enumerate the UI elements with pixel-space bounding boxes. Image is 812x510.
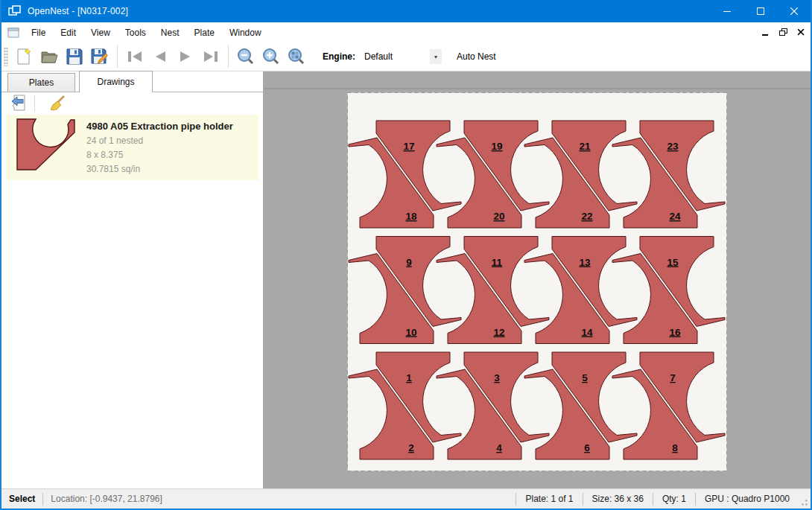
save-as-icon [91, 48, 109, 65]
part-number-label: 14 [581, 327, 593, 338]
menu-item-window[interactable]: Window [222, 24, 269, 42]
part-number-label: 9 [406, 257, 412, 268]
status-separator [583, 493, 583, 506]
minimize-icon [723, 7, 731, 15]
save-button[interactable] [62, 45, 87, 68]
drawing-dimensions: 8 x 8.375 [86, 150, 233, 160]
tab-strip: Plates Drawings [1, 71, 263, 92]
go-next-button[interactable] [173, 45, 198, 68]
mdi-minimize-button[interactable] [760, 28, 770, 38]
import-drawing-icon [10, 95, 28, 112]
toolbar-grip[interactable] [4, 47, 8, 66]
menu-item-plate[interactable]: Plate [187, 24, 222, 42]
part-number-label: 21 [579, 141, 591, 152]
part-number-label: 8 [672, 442, 678, 453]
menu-item-edit[interactable]: Edit [53, 24, 83, 42]
zoom-in-button[interactable] [258, 45, 284, 68]
go-next-icon [178, 51, 193, 63]
mdi-window-controls [760, 22, 806, 42]
part-number-label: 24 [669, 211, 681, 222]
part-number-label: 10 [405, 327, 416, 338]
menu-item-file[interactable]: File [24, 24, 53, 42]
part-number-label: 13 [579, 257, 591, 268]
toolbar-separator [228, 45, 229, 68]
status-separator [42, 493, 43, 506]
window-title: OpenNest - [N0317-002] [28, 6, 128, 16]
part-number-label: 18 [405, 211, 417, 222]
status-gpu: GPU : Quadro P1000 [703, 494, 791, 504]
mdi-close-button[interactable] [796, 28, 806, 38]
close-icon [790, 7, 798, 15]
part-number-label: 19 [491, 141, 502, 152]
part-number-label: 1 [406, 372, 412, 383]
toolbar-separator [117, 45, 118, 68]
new-file-button[interactable] [11, 45, 37, 68]
panel-toolbar-separator [34, 95, 35, 112]
status-separator [516, 493, 516, 506]
tab-drawings[interactable]: Drawings [79, 71, 153, 92]
part-number-label: 20 [493, 211, 504, 222]
mdi-close-icon [798, 29, 805, 36]
status-bar: Select Location: [-0.9437, 21.8796] Plat… [1, 488, 811, 509]
status-plate: Plate: 1 of 1 [524, 494, 574, 504]
part-number-label: 2 [408, 442, 414, 453]
part-number-label: 4 [496, 442, 502, 453]
open-file-icon [40, 49, 58, 64]
zoom-out-button[interactable] [233, 45, 258, 68]
chevron-down-icon: ▾ [430, 49, 442, 64]
maximize-icon [757, 7, 764, 15]
mdi-restore-icon [779, 28, 787, 36]
part-number-label: 7 [670, 372, 676, 383]
go-last-button[interactable] [198, 45, 223, 68]
drawing-nested-count: 24 of 1 nested [86, 136, 233, 146]
minimize-button[interactable] [710, 0, 743, 22]
menu-item-nest[interactable]: Nest [153, 24, 187, 42]
nesting-canvas[interactable]: 171819202122232491011121314151612345678 [264, 71, 811, 488]
save-as-button[interactable] [87, 45, 112, 68]
part-thumbnail [16, 118, 77, 172]
import-drawing-button[interactable] [7, 94, 30, 113]
tab-plates[interactable]: Plates [7, 73, 75, 92]
resize-grip[interactable] [799, 497, 808, 506]
app-window: OpenNest - [N0317-002] FileEditViewTools… [0, 0, 812, 510]
engine-dropdown[interactable]: Default ▾ [360, 48, 442, 65]
drawing-area: 30.7815 sq/in [86, 164, 233, 174]
menu-item-view[interactable]: View [83, 24, 118, 42]
part-number-label: 15 [667, 257, 679, 268]
app-icon [8, 5, 21, 17]
zoom-fit-button[interactable] [284, 45, 309, 68]
auto-nest-button[interactable]: Auto Nest [452, 48, 501, 65]
go-previous-icon [153, 51, 168, 63]
status-mode: Select [9, 494, 35, 504]
maximize-button[interactable] [743, 0, 777, 22]
zoom-out-icon [237, 48, 255, 66]
drawing-list-item[interactable]: 4980 A05 Extraction pipe holder 24 of 1 … [6, 115, 258, 180]
part-number-label: 3 [494, 372, 500, 383]
zoom-in-icon [262, 48, 280, 66]
part-number-label: 23 [667, 141, 679, 152]
menu-item-tools[interactable]: Tools [118, 24, 153, 42]
new-file-icon [16, 48, 32, 66]
part-number-label: 16 [669, 327, 681, 338]
engine-label: Engine: [323, 51, 355, 62]
part-number-label: 11 [492, 257, 503, 268]
main-toolbar: Engine: Default ▾ Auto Nest [1, 42, 811, 71]
go-last-icon [203, 51, 219, 63]
part-number-label: 17 [403, 141, 414, 152]
part-number-label: 5 [582, 372, 588, 383]
go-first-button[interactable] [122, 45, 148, 68]
left-panel: Plates Drawings 4980 [1, 71, 264, 488]
clean-button[interactable] [47, 94, 69, 113]
status-separator [695, 493, 696, 506]
go-previous-button[interactable] [148, 45, 173, 68]
open-file-button[interactable] [37, 45, 62, 68]
engine-dropdown-value: Default [364, 51, 393, 62]
status-location: Location: [-0.9437, 21.8796] [51, 494, 162, 504]
mdi-restore-button[interactable] [778, 28, 788, 38]
document-window-icon [7, 28, 19, 38]
menu-bar: FileEditViewToolsNestPlateWindow [1, 22, 811, 42]
menu-items: FileEditViewToolsNestPlateWindow [24, 24, 269, 42]
close-button[interactable] [777, 0, 811, 22]
part-number-label: 6 [584, 442, 590, 453]
status-separator [653, 493, 653, 506]
